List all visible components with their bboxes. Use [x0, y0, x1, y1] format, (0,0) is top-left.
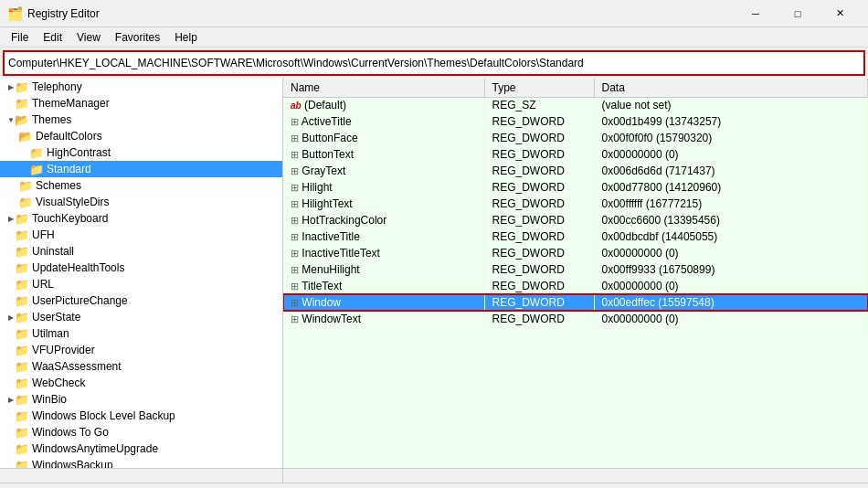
menu-edit[interactable]: Edit: [36, 29, 69, 46]
tree-item[interactable]: 📁WindowsAnytimeUpgrade: [0, 440, 282, 457]
menu-view[interactable]: View: [69, 29, 108, 46]
cell-data: 0x00edffec (15597548): [594, 294, 868, 311]
table-row[interactable]: ⊞ WindowTextREG_DWORD0x00000000 (0): [283, 311, 868, 327]
tree-item[interactable]: 📁UserPictureChange: [0, 292, 282, 309]
tree-item[interactable]: 📁HighContrast: [0, 144, 282, 161]
tree-arrow-icon: ▶: [0, 215, 15, 223]
tree-item[interactable]: ▶📁WinBio: [0, 391, 282, 408]
reg-sz-icon: ab: [291, 99, 304, 111]
tree-item[interactable]: 📁ThemeManager: [0, 95, 282, 111]
menubar: File Edit View Favorites Help: [0, 27, 868, 48]
table-row[interactable]: ⊞ GrayTextREG_DWORD0x006d6d6d (7171437): [283, 163, 868, 179]
folder-icon: 📁: [15, 377, 29, 390]
close-button[interactable]: ✕: [819, 0, 861, 27]
table-row[interactable]: ⊞ HilightTextREG_DWORD0x00ffffff (167772…: [283, 196, 868, 212]
cell-data: (value not set): [594, 97, 868, 113]
reg-dword-icon: ⊞: [291, 214, 302, 227]
table-row[interactable]: ⊞ ButtonFaceREG_DWORD0x00f0f0f0 (1579032…: [283, 130, 868, 146]
statusbar: [0, 483, 868, 488]
reg-dword-icon: ⊞: [291, 197, 302, 210]
table-row[interactable]: ⊞ ButtonTextREG_DWORD0x00000000 (0): [283, 146, 868, 163]
tree-arrow-icon: ▶: [0, 313, 15, 322]
table-row[interactable]: ⊞ HotTrackingColorREG_DWORD0x00cc6600 (1…: [283, 212, 868, 228]
tree-item[interactable]: ▼📂Themes: [0, 111, 282, 128]
menu-help[interactable]: Help: [167, 29, 205, 46]
table-row[interactable]: ⊞ InactiveTitleREG_DWORD0x00dbcdbf (1440…: [283, 228, 868, 245]
tree-item[interactable]: 📁VFUProvider: [0, 342, 282, 358]
cell-type: REG_DWORD: [484, 179, 594, 196]
tree-item-label: WindowsBackup: [32, 459, 113, 468]
folder-icon: 📁: [15, 228, 29, 242]
tree-item[interactable]: 📁Utilman: [0, 325, 282, 342]
tree-item[interactable]: 📁Schemes: [0, 177, 282, 194]
cell-data: 0x00ff9933 (16750899): [594, 261, 868, 278]
tree-item[interactable]: 📁UpdateHealthTools: [0, 260, 282, 276]
menu-favorites[interactable]: Favorites: [108, 29, 167, 46]
tree-item[interactable]: 📁Windows To Go: [0, 424, 282, 440]
tree-item[interactable]: ▶📁UserState: [0, 309, 282, 325]
cell-data: 0x00f0f0f0 (15790320): [594, 130, 868, 146]
cell-data: 0x00d1b499 (13743257): [594, 113, 868, 130]
table-row[interactable]: ⊞ TitleTextREG_DWORD0x00000000 (0): [283, 278, 868, 294]
tree-pane[interactable]: ▶📁Telephony📁ThemeManager▼📂Themes▼📂Defaul…: [0, 79, 283, 468]
address-input[interactable]: [8, 57, 860, 69]
tree-arrow-icon: ▶: [0, 83, 15, 91]
cell-data: 0x00cc6600 (13395456): [594, 212, 868, 228]
cell-type: REG_DWORD: [484, 212, 594, 228]
cell-type: REG_DWORD: [484, 196, 594, 212]
cell-name: ⊞ Hilight: [283, 179, 484, 196]
folder-icon: 📁: [15, 97, 29, 111]
folder-icon: 📁: [15, 294, 29, 308]
hscroll-row: [0, 468, 868, 483]
table-row[interactable]: ⊞ WindowREG_DWORD0x00edffec (15597548): [283, 294, 868, 311]
tree-item[interactable]: 📁Uninstall: [0, 243, 282, 260]
cell-type: REG_DWORD: [484, 278, 594, 294]
tree-item[interactable]: 📁WindowsBackup: [0, 457, 282, 468]
cell-type: REG_DWORD: [484, 294, 594, 311]
cell-data: 0x00000000 (0): [594, 278, 868, 294]
tree-item[interactable]: 📁URL: [0, 276, 282, 292]
tree-item[interactable]: 📁Standard: [0, 161, 282, 177]
tree-item[interactable]: ▶📁TouchKeyboard: [0, 210, 282, 227]
tree-item[interactable]: 📁VisualStyleDirs: [0, 194, 282, 210]
menu-file[interactable]: File: [4, 29, 36, 46]
cell-type: REG_DWORD: [484, 113, 594, 130]
tree-item[interactable]: ▼📂DefaultColors: [0, 128, 282, 144]
reg-dword-icon: ⊞: [291, 296, 302, 309]
reg-dword-icon: ⊞: [291, 164, 302, 177]
address-bar[interactable]: [3, 50, 865, 76]
data-pane[interactable]: Name Type Data ab (Default)REG_SZ(value …: [283, 79, 868, 468]
cell-name: ⊞ TitleText: [283, 278, 484, 294]
tree-item-label: Windows Block Level Backup: [32, 409, 175, 422]
tree-item-label: URL: [32, 278, 54, 291]
tree-item-label: TouchKeyboard: [32, 212, 108, 225]
table-row[interactable]: ⊞ MenuHilightREG_DWORD0x00ff9933 (167508…: [283, 261, 868, 278]
folder-icon: 📂: [18, 130, 33, 143]
folder-icon: 📂: [15, 113, 29, 127]
reg-dword-icon: ⊞: [291, 247, 302, 260]
maximize-button[interactable]: □: [777, 0, 819, 27]
tree-item[interactable]: 📁UFH: [0, 227, 282, 243]
cell-name: ⊞ MenuHilight: [283, 261, 484, 278]
folder-icon: 📁: [29, 146, 44, 160]
tree-item-label: HighContrast: [47, 146, 111, 159]
tree-item-label: WaaSAssessment: [32, 360, 122, 373]
folder-icon: 📁: [15, 426, 29, 440]
table-row[interactable]: ab (Default)REG_SZ(value not set): [283, 97, 868, 113]
cell-type: REG_DWORD: [484, 228, 594, 245]
tree-item-label: UserPictureChange: [32, 294, 128, 307]
folder-icon: 📁: [15, 327, 29, 341]
tree-item[interactable]: ▶📁Telephony: [0, 79, 282, 95]
folder-icon: 📁: [15, 212, 29, 226]
table-row[interactable]: ⊞ ActiveTitleREG_DWORD0x00d1b499 (137432…: [283, 113, 868, 130]
tree-item-label: Uninstall: [32, 245, 74, 258]
table-row[interactable]: ⊞ HilightREG_DWORD0x00d77800 (14120960): [283, 179, 868, 196]
folder-icon: 📁: [15, 80, 29, 94]
minimize-button[interactable]: ─: [735, 0, 777, 27]
tree-item[interactable]: 📁Windows Block Level Backup: [0, 408, 282, 424]
tree-item[interactable]: 📁WaaSAssessment: [0, 358, 282, 375]
table-row[interactable]: ⊞ InactiveTitleTextREG_DWORD0x00000000 (…: [283, 245, 868, 261]
cell-name: ⊞ ButtonText: [283, 146, 484, 163]
folder-icon: 📁: [15, 393, 29, 407]
tree-item[interactable]: 📁WebCheck: [0, 375, 282, 391]
